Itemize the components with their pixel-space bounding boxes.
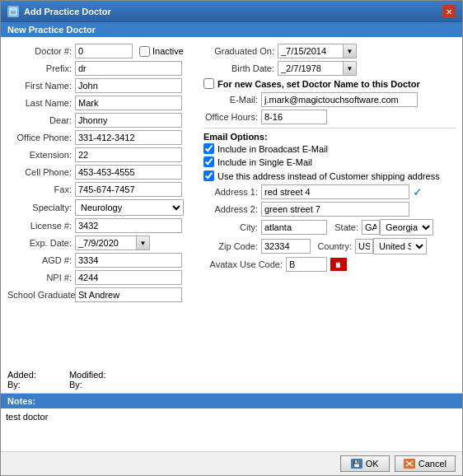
license-input[interactable] bbox=[75, 218, 182, 233]
last-name-label: Last Name: bbox=[7, 98, 75, 108]
extension-row: Extension: bbox=[7, 147, 197, 162]
address2-label: Address 2: bbox=[203, 204, 261, 214]
footer-bar: 💾 OK Cancel bbox=[1, 451, 462, 475]
specialty-select[interactable]: Neurology Cardiology Orthopedics bbox=[75, 199, 184, 216]
notes-header: Notes: bbox=[1, 394, 462, 408]
broadcast-email-checkbox[interactable] bbox=[203, 143, 214, 154]
cell-phone-row: Cell Phone: bbox=[7, 165, 197, 180]
country-label: Country: bbox=[314, 241, 355, 251]
fax-label: Fax: bbox=[7, 184, 75, 194]
single-email-checkbox[interactable] bbox=[203, 156, 214, 167]
avatax-icon-button[interactable]: 📋 bbox=[330, 258, 347, 271]
cell-phone-input[interactable] bbox=[75, 165, 182, 180]
state-select[interactable]: Georgia bbox=[380, 219, 433, 236]
extension-label: Extension: bbox=[7, 150, 75, 160]
inactive-checkbox[interactable] bbox=[139, 46, 150, 57]
school-row: School Graduated: bbox=[7, 287, 197, 302]
state-abbr-input[interactable] bbox=[362, 220, 380, 235]
first-name-input[interactable] bbox=[75, 78, 182, 93]
agd-input[interactable] bbox=[75, 253, 182, 268]
office-hours-input[interactable] bbox=[261, 110, 327, 124]
office-phone-input[interactable] bbox=[75, 130, 182, 145]
agd-row: AGD #: bbox=[7, 253, 197, 268]
address2-input[interactable] bbox=[261, 202, 409, 217]
npi-input[interactable] bbox=[75, 270, 182, 285]
notes-area: Notes: test doctor bbox=[1, 393, 462, 451]
birth-date-wrap: ▼ bbox=[278, 61, 357, 76]
country-select[interactable]: United Sta bbox=[373, 238, 427, 254]
birth-date-input[interactable] bbox=[278, 61, 344, 76]
cancel-button[interactable]: Cancel bbox=[395, 455, 456, 472]
last-name-input[interactable] bbox=[75, 96, 182, 110]
modified-label: Modified: bbox=[69, 370, 106, 380]
use-address-checkbox[interactable] bbox=[203, 170, 214, 181]
agd-label: AGD #: bbox=[7, 255, 75, 265]
exp-date-row: Exp. Date: ▼ bbox=[7, 236, 197, 250]
school-label: School Graduated: bbox=[7, 290, 75, 300]
school-input[interactable] bbox=[75, 287, 182, 302]
single-email-row: Include in Single E-Mail bbox=[203, 156, 456, 167]
by-label1: By: bbox=[7, 380, 36, 390]
city-input[interactable] bbox=[261, 220, 327, 235]
email-label: E-Mail: bbox=[203, 95, 261, 105]
address2-row: Address 2: bbox=[203, 202, 456, 217]
footer-buttons: 💾 OK Cancel bbox=[340, 455, 456, 472]
notes-textarea[interactable]: test doctor bbox=[1, 408, 462, 450]
title-bar: Add Practice Doctor ✕ bbox=[1, 1, 462, 22]
cancel-icon bbox=[404, 459, 415, 469]
svg-rect-0 bbox=[10, 8, 16, 15]
first-name-row: First Name: bbox=[7, 78, 197, 93]
zip-country-row: Zip Code: Country: United Sta bbox=[203, 238, 456, 254]
graduated-on-label: Graduated On: bbox=[203, 46, 278, 56]
email-options-header: Email Options: bbox=[203, 132, 456, 142]
left-column: Doctor #: Inactive Prefix: First Name: bbox=[7, 44, 197, 305]
ok-label: OK bbox=[366, 459, 379, 469]
broadcast-email-row: Include in Broadcast E-Mail bbox=[203, 143, 456, 154]
fax-input[interactable] bbox=[75, 182, 182, 197]
graduated-on-dropdown[interactable]: ▼ bbox=[344, 44, 357, 58]
city-label: City: bbox=[203, 222, 261, 232]
added-modified-bar: Added: By: Modified: By: bbox=[1, 366, 462, 393]
ok-button[interactable]: 💾 OK bbox=[340, 455, 390, 472]
doctor-num-label: Doctor #: bbox=[7, 46, 75, 56]
inactive-label-row: Inactive bbox=[139, 46, 184, 57]
avatax-input[interactable] bbox=[286, 257, 327, 272]
avatax-row: Avatax Use Code: 📋 bbox=[203, 257, 456, 272]
doctor-num-input[interactable] bbox=[75, 44, 133, 58]
exp-date-dropdown[interactable]: ▼ bbox=[137, 236, 150, 250]
inactive-label: Inactive bbox=[152, 46, 184, 56]
exp-date-label: Exp. Date: bbox=[7, 238, 75, 248]
fax-row: Fax: bbox=[7, 182, 197, 197]
country-abbr-input[interactable] bbox=[355, 239, 373, 254]
zip-input[interactable] bbox=[261, 239, 311, 254]
dear-input[interactable] bbox=[75, 113, 182, 128]
exp-date-input[interactable] bbox=[75, 236, 137, 250]
main-window: Add Practice Doctor ✕ New Practice Docto… bbox=[0, 0, 463, 476]
birth-date-label: Birth Date: bbox=[203, 63, 278, 73]
prefix-input[interactable] bbox=[75, 61, 182, 76]
office-phone-label: Office Phone: bbox=[7, 133, 75, 142]
address1-row: Address 1: ✓ bbox=[203, 184, 456, 199]
birth-date-row: Birth Date: ▼ bbox=[203, 61, 456, 76]
by-label2: By: bbox=[69, 380, 106, 390]
new-cases-checkbox[interactable] bbox=[203, 78, 214, 89]
dear-label: Dear: bbox=[7, 115, 75, 125]
graduated-on-input[interactable] bbox=[278, 44, 344, 58]
specialty-label: Specialty: bbox=[7, 203, 75, 212]
zip-label: Zip Code: bbox=[203, 241, 261, 251]
graduated-on-wrap: ▼ bbox=[278, 44, 357, 58]
single-email-label: Include in Single E-Mail bbox=[217, 157, 312, 167]
window-title: Add Practice Doctor bbox=[24, 7, 111, 16]
broadcast-email-label: Include in Broadcast E-Mail bbox=[217, 144, 328, 154]
form-area: Doctor #: Inactive Prefix: First Name: bbox=[1, 37, 462, 366]
birth-date-dropdown[interactable]: ▼ bbox=[344, 61, 357, 76]
address1-input[interactable] bbox=[261, 184, 409, 199]
added-label: Added: bbox=[7, 370, 36, 380]
section-header: New Practice Doctor bbox=[1, 22, 462, 37]
use-address-row: Use this address instead of Customer shi… bbox=[203, 170, 456, 181]
close-button[interactable]: ✕ bbox=[442, 5, 456, 18]
email-input[interactable] bbox=[261, 92, 418, 107]
office-hours-label: Office Hours: bbox=[203, 112, 261, 122]
doctor-num-row: Doctor #: Inactive bbox=[7, 44, 197, 58]
extension-input[interactable] bbox=[75, 147, 182, 162]
